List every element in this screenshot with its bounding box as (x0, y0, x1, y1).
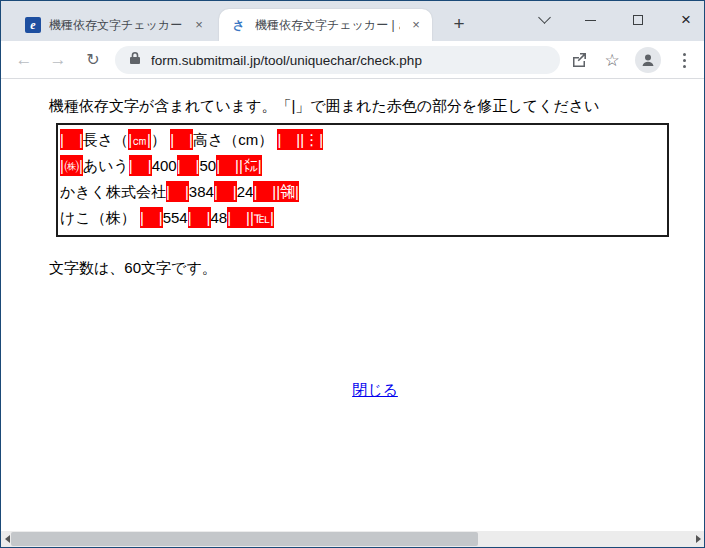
three-dots-icon (683, 53, 686, 68)
dependent-char-flagged: | ||㋿| (253, 181, 299, 202)
dependent-char-flagged: | | (214, 181, 237, 202)
dependent-char-flagged: |㎝| (128, 129, 151, 150)
maximize-button[interactable] (621, 1, 655, 39)
minimize-icon (585, 20, 596, 21)
dependent-char-flagged: | | (188, 207, 211, 228)
horizontal-scrollbar[interactable] (1, 531, 704, 547)
tab-strip: e 機種依存文字チェッカー | さぶみ × さ 機種依存文字チェッカー | さぶ… (1, 1, 704, 41)
close-link-container: 閉じる (49, 381, 701, 400)
close-link[interactable]: 閉じる (352, 381, 398, 398)
plain-text: 長さ（ (83, 131, 128, 148)
tab-search-button[interactable] (527, 1, 561, 39)
close-window-button[interactable]: × (669, 1, 703, 39)
profile-avatar-button[interactable] (635, 47, 661, 73)
url-text: form.submitmail.jp/tool/uniquechar/check… (151, 53, 422, 68)
char-line: けこ（株） | |554| |48| ||℡| (60, 205, 665, 231)
minimize-button[interactable] (573, 1, 607, 39)
plain-text: 48 (211, 209, 228, 226)
tab-checker-1[interactable]: e 機種依存文字チェッカー | さぶみ × (13, 9, 215, 41)
char-box: | |長さ（|㎝|） | |高さ（cm） | ||⋮||㈱|あいう| |400|… (56, 123, 669, 237)
plain-text: あいう (83, 157, 129, 174)
left-arrow-icon (5, 535, 10, 543)
char-line: |㈱|あいう| |400| |50| ||㍍| (60, 153, 665, 179)
avatar-icon (635, 47, 661, 73)
dependent-char-flagged: | | (166, 181, 189, 202)
plain-text: 24 (237, 183, 254, 200)
browser-menu-button[interactable] (671, 47, 697, 73)
refresh-button[interactable]: ↻ (80, 47, 106, 73)
scroll-right-arrow[interactable] (692, 531, 704, 547)
scrollbar-thumb[interactable] (11, 532, 478, 546)
char-line: かきく株式会社| |384| |24| ||㋿| (60, 179, 665, 205)
browser-window: e 機種依存文字チェッカー | さぶみ × さ 機種依存文字チェッカー | さぶ… (0, 0, 705, 548)
tab-checker-2-active[interactable]: さ 機種依存文字チェッカー | さぶ × (219, 9, 432, 41)
warning-message: 機種依存文字が含まれています。「|」で囲まれた赤色の部分を修正してください (49, 96, 704, 116)
tab1-favicon-icon: e (25, 17, 41, 33)
plain-text: 400 (152, 157, 177, 174)
dependent-char-flagged: | ||⋮| (277, 129, 323, 150)
plain-text: かきく株式会社 (60, 183, 166, 200)
char-line: | |長さ（|㎝|） | |高さ（cm） | ||⋮| (60, 127, 665, 153)
dependent-char-flagged: |㈱| (60, 155, 83, 176)
page-content: 機種依存文字が含まれています。「|」で囲まれた赤色の部分を修正してください | … (1, 80, 704, 531)
maximize-icon (633, 15, 643, 25)
dependent-char-flagged: | | (60, 129, 83, 150)
tab1-close-icon[interactable]: × (191, 17, 207, 33)
new-tab-button[interactable]: + (446, 12, 472, 38)
tab2-favicon-icon: さ (231, 17, 247, 33)
bookmark-star-button[interactable]: ☆ (599, 47, 625, 73)
dependent-char-flagged: | | (177, 155, 200, 176)
dependent-char-flagged: | | (140, 207, 163, 228)
lock-icon[interactable] (129, 51, 141, 69)
chevron-down-icon (538, 11, 551, 24)
plain-text: 554 (163, 209, 188, 226)
plain-text: けこ（株） (60, 209, 140, 226)
share-button[interactable] (566, 47, 592, 73)
browser-toolbar: ← → ↻ form.submitmail.jp/tool/uniquechar… (1, 41, 704, 79)
dependent-char-flagged: | | (170, 129, 193, 150)
dependent-char-flagged: | | (129, 155, 152, 176)
dependent-char-flagged: | ||℡| (227, 207, 274, 228)
char-count-text: 文字数は、60文字です。 (49, 259, 704, 278)
plain-text: ） (151, 131, 170, 148)
dependent-char-flagged: | ||㍍| (216, 155, 262, 176)
forward-button[interactable]: → (45, 47, 71, 73)
right-arrow-icon (696, 535, 701, 543)
address-bar[interactable]: form.submitmail.jp/tool/uniquechar/check… (115, 46, 560, 74)
plain-text: 高さ（cm） (193, 131, 278, 148)
plain-text: 384 (189, 183, 214, 200)
tab2-title: 機種依存文字チェッカー | さぶ (255, 17, 400, 34)
back-button[interactable]: ← (11, 47, 37, 73)
plain-text: 50 (199, 157, 216, 174)
tab2-close-icon[interactable]: × (408, 17, 424, 33)
tab1-title: 機種依存文字チェッカー | さぶみ (49, 17, 183, 34)
